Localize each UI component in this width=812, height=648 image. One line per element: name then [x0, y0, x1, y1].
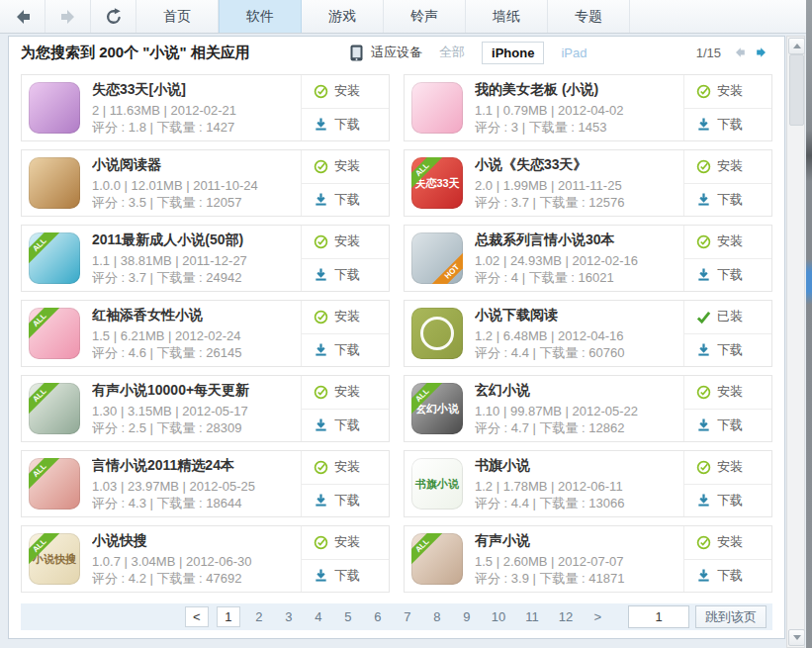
scroll-up-button[interactable]: [788, 38, 805, 54]
app-title[interactable]: 2011最新成人小说(50部): [92, 231, 293, 249]
install-button[interactable]: 安装: [684, 451, 771, 485]
app-title[interactable]: 玄幻小说: [475, 382, 676, 400]
install-button[interactable]: 安装: [302, 150, 389, 184]
page-9[interactable]: 9: [456, 607, 478, 626]
install-button[interactable]: 安装: [302, 226, 389, 259]
install-button[interactable]: 安装: [302, 75, 389, 109]
download-icon: [696, 192, 711, 207]
app-title[interactable]: 小说阅读器: [92, 156, 293, 174]
vertical-scrollbar[interactable]: [786, 36, 805, 648]
install-check-circle-icon: [314, 535, 328, 550]
page-3[interactable]: 3: [278, 607, 300, 626]
download-button[interactable]: 下载: [684, 184, 771, 217]
device-filter-label: 适应设备: [371, 44, 422, 61]
install-button[interactable]: 安装: [684, 226, 771, 259]
install-button[interactable]: 安装: [302, 526, 389, 560]
install-label: 安装: [334, 383, 360, 401]
install-button[interactable]: 安装: [302, 301, 389, 334]
tab-software[interactable]: 软件: [219, 0, 302, 33]
download-button[interactable]: 下载: [302, 184, 389, 217]
download-button[interactable]: 下载: [684, 410, 771, 442]
page-8[interactable]: 8: [426, 607, 448, 626]
download-button[interactable]: 下载: [684, 109, 771, 141]
download-button[interactable]: 下载: [302, 560, 389, 593]
app-actions: 安装 下载: [683, 451, 771, 516]
install-button[interactable]: 已装: [684, 301, 771, 334]
page-7[interactable]: 7: [397, 607, 418, 626]
filter-iphone[interactable]: iPhone: [482, 42, 544, 64]
forward-button[interactable]: [45, 0, 91, 33]
download-button[interactable]: 下载: [302, 410, 389, 442]
install-check-circle-icon: [314, 385, 328, 400]
tab-home[interactable]: 首页: [136, 0, 219, 33]
page-10[interactable]: 10: [486, 607, 511, 626]
app-title[interactable]: 书旗小说: [475, 457, 676, 475]
filter-all[interactable]: 全部: [430, 41, 474, 64]
app-icon: ALL HOT: [411, 232, 463, 284]
refresh-button[interactable]: [91, 0, 136, 33]
app-title[interactable]: 有声小说10000+每天更新: [92, 382, 293, 400]
app-title[interactable]: 总裁系列言情小说30本: [475, 231, 676, 249]
back-button[interactable]: [0, 0, 45, 33]
tab-wallpapers[interactable]: 墙纸: [466, 0, 548, 33]
download-button[interactable]: 下载: [302, 485, 389, 517]
app-info: 玄幻小说 1.10 | 99.87MB | 2012-05-22 评分 : 4.…: [463, 382, 683, 436]
app-title[interactable]: 小说下载阅读: [475, 307, 676, 324]
tab-ringtones[interactable]: 铃声: [384, 0, 466, 33]
page-4[interactable]: 4: [308, 607, 329, 626]
page-1[interactable]: 1: [217, 606, 240, 627]
app-icon-text: [411, 232, 463, 284]
app-actions: 安装 下载: [683, 526, 771, 592]
install-button[interactable]: 安装: [684, 376, 771, 410]
filter-ipad[interactable]: iPad: [552, 43, 595, 63]
download-button[interactable]: 下载: [302, 109, 389, 141]
download-label: 下载: [334, 417, 360, 434]
download-button[interactable]: 下载: [302, 334, 389, 367]
install-check-circle-icon: [696, 84, 711, 99]
next-page-button[interactable]: [751, 43, 772, 62]
download-button[interactable]: 下载: [684, 334, 771, 367]
page-5[interactable]: 5: [337, 607, 359, 626]
scroll-down-button[interactable]: [788, 629, 805, 646]
page-6[interactable]: 6: [367, 607, 389, 626]
app-info: 2011最新成人小说(50部) 1.1 | 38.81MB | 2011-12-…: [80, 231, 301, 286]
download-icon: [314, 192, 328, 207]
app-title[interactable]: 小说《失恋33天》: [475, 156, 676, 174]
install-button[interactable]: 安装: [302, 376, 389, 410]
install-button[interactable]: 安装: [684, 150, 771, 184]
installed-check-icon: [696, 310, 711, 324]
install-check-circle-icon: [696, 234, 711, 249]
scrollbar-thumb[interactable]: [789, 54, 804, 126]
page-2[interactable]: 2: [248, 607, 270, 626]
download-button[interactable]: 下载: [302, 259, 389, 292]
app-title[interactable]: 我的美女老板 (小说): [475, 81, 676, 99]
app-title[interactable]: 有声小说: [475, 532, 676, 550]
tab-games[interactable]: 游戏: [302, 0, 384, 33]
download-button[interactable]: 下载: [684, 560, 771, 593]
app-actions: 安装 下载: [683, 226, 771, 291]
page-11[interactable]: 11: [519, 607, 545, 626]
jump-page-button[interactable]: 跳到该页: [695, 605, 767, 628]
phone-icon: [350, 45, 363, 61]
tab-topics[interactable]: 专题: [548, 0, 630, 33]
jump-page-input[interactable]: [628, 605, 689, 628]
prev-page-button[interactable]: [729, 43, 751, 62]
download-button[interactable]: 下载: [684, 485, 771, 517]
download-icon: [696, 493, 711, 508]
app-title[interactable]: 小说快搜: [92, 532, 293, 550]
app-title[interactable]: 失恋33天[小说]: [92, 81, 293, 99]
download-icon: [696, 417, 711, 432]
install-button[interactable]: 安装: [302, 451, 389, 485]
page-prev[interactable]: <: [185, 606, 209, 627]
download-button[interactable]: 下载: [684, 259, 771, 292]
download-icon: [696, 267, 711, 282]
app-title[interactable]: 红袖添香女性小说: [92, 307, 293, 324]
app-card: ALL HOT 失恋33天[小说] 2 | 11.63MB | 2012-02-…: [21, 74, 390, 141]
page-12[interactable]: 12: [553, 607, 579, 626]
install-button[interactable]: 安装: [684, 75, 771, 109]
install-button[interactable]: 安装: [684, 526, 771, 560]
download-icon: [314, 417, 328, 432]
page-next[interactable]: >: [586, 607, 608, 626]
app-card: ALL HOT 言情小说2011精选24本 1.03 | 23.97MB | 2…: [21, 450, 390, 517]
app-title[interactable]: 言情小说2011精选24本: [92, 457, 293, 475]
